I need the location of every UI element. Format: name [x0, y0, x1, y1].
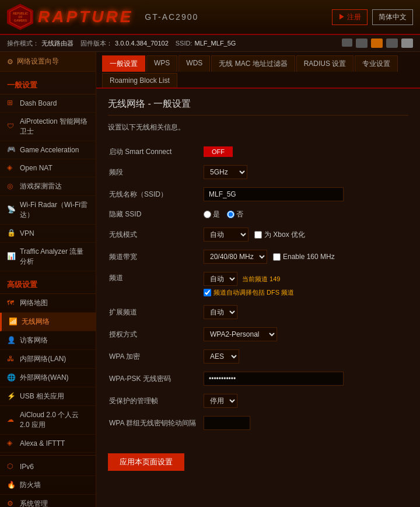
wpa-encrypt-row: WPA 加密 AES TKIP	[109, 346, 407, 367]
advanced-section-header: 高级设置	[0, 274, 96, 294]
sidebar-item-network-map[interactable]: 🗺 网络地图	[0, 294, 96, 313]
wpa-encrypt-select[interactable]: AES TKIP	[204, 349, 239, 363]
sidebar-item-setup-wizard[interactable]: ⚙ 网络设置向导	[0, 52, 96, 72]
general-section-header: 一般设置	[0, 74, 96, 95]
sidebar-item-guest-network[interactable]: 👤 访客网络	[0, 331, 96, 350]
open-nat-label: Open NAT	[20, 164, 52, 172]
tab-professional[interactable]: 专业设置	[355, 55, 398, 72]
channel-width-row: 频道带宽 20 MHz 20/40 MHz 20/40/80 MHz Enabl…	[109, 246, 407, 267]
wireless-icon: 📶	[9, 317, 18, 327]
hide-ssid-yes-option[interactable]: 是	[204, 209, 220, 219]
mode-label: 操作模式：	[7, 39, 39, 48]
status-icons	[342, 39, 413, 48]
wifi-radar-label: Wi-Fi Radar（Wi-Fi雷达）	[20, 200, 89, 220]
firmware-value: 3.0.0.4.384_70102	[115, 40, 169, 47]
sidebar-item-wan[interactable]: 🌐 外部网络(WAN)	[0, 369, 96, 387]
tab-mac-filter[interactable]: 无线 MAC 地址过滤器	[211, 55, 295, 72]
protected-mgmt-select[interactable]: 停用 启用	[204, 394, 237, 408]
wireless-mode-control: 自动 N only AC only 为 Xbox 优化	[204, 224, 407, 245]
traffic-label: Traffic Analyzer 流量分析	[20, 247, 89, 267]
tabs-bar: 一般设置 WPS WDS 无线 MAC 地址过滤器 RADIUS 设置 专业设置…	[96, 52, 420, 89]
xbox-optimize-checkbox[interactable]	[254, 231, 262, 239]
sidebar-item-system-mgmt[interactable]: ⚙ 系统管理	[0, 495, 96, 507]
wireless-mode-select[interactable]: 自动 N only AC only	[204, 228, 249, 242]
channel-width-select[interactable]: 20 MHz 20/40 MHz 20/40/80 MHz	[204, 250, 267, 264]
sidebar-item-alexa[interactable]: ◈ Alexa & IFTTT	[0, 435, 96, 453]
hide-ssid-yes-label: 是	[213, 209, 220, 219]
svg-text:GAMERS: GAMERS	[14, 19, 27, 22]
xbox-optimize-option[interactable]: 为 Xbox 优化	[254, 230, 305, 240]
sidebar-item-open-nat[interactable]: ◈ Open NAT	[0, 159, 96, 177]
tab-general[interactable]: 一般设置	[102, 55, 145, 72]
tab-radius[interactable]: RADIUS 设置	[296, 55, 354, 72]
sidebar-item-dashboard[interactable]: ⊞ Dash Board	[0, 95, 96, 113]
wpa-interval-input[interactable]: 3600	[204, 416, 250, 430]
sidebar-item-aiprotection[interactable]: 🛡 AiProtection 智能网络卫士	[0, 113, 96, 141]
hide-ssid-label: 隐藏 SSID	[109, 206, 202, 223]
sidebar-item-wireless[interactable]: 📶 无线网络	[0, 313, 96, 331]
channel-label: 频道	[109, 268, 202, 300]
tab-wds[interactable]: WDS	[178, 55, 210, 72]
band-select[interactable]: 2.4GHz 5GHz	[204, 165, 247, 179]
tab-roaming-block[interactable]: Roaming Block List	[102, 73, 177, 88]
channel-row: 频道 自动 当前频道 149 频道自动调择包括 DFS 频道	[109, 268, 407, 300]
sidebar-item-wifi-radar[interactable]: 📡 Wi-Fi Radar（Wi-Fi雷达）	[0, 196, 96, 225]
usb-icon: ⚡	[7, 392, 16, 401]
hide-ssid-radio-group: 是 否	[204, 209, 407, 219]
ssid-value: MLF_MLF_5G	[195, 40, 236, 47]
ssid-control	[204, 184, 407, 205]
dfs-checkbox[interactable]	[204, 289, 211, 296]
setup-wizard-icon: ⚙	[7, 58, 13, 66]
sidebar-item-game-radar[interactable]: ◎ 游戏探测雷达	[0, 177, 96, 196]
wpa-psk-input[interactable]	[204, 372, 344, 386]
sidebar-item-aicloud[interactable]: ☁ AiCloud 2.0 个人云 2.0 应用	[0, 406, 96, 435]
network-map-label: 网络地图	[20, 298, 48, 308]
sidebar-item-traffic-analyzer[interactable]: 📊 Traffic Analyzer 流量分析	[0, 243, 96, 271]
wireless-mode-row: 无线模式 自动 N only AC only 为 Xbox 优化	[109, 224, 407, 245]
wpa-interval-control: 3600	[204, 412, 407, 433]
page-content: 无线网络 - 一般设置 设置以下无线相关信息。 启动 Smart Connect…	[96, 89, 420, 480]
register-button[interactable]: 注册	[332, 9, 368, 25]
logo-area: REPUBLIC OF GAMERS RAPTURE GT-AC2900	[7, 4, 198, 30]
guest-network-label: 访客网络	[20, 335, 48, 345]
channel-select[interactable]: 自动	[204, 272, 237, 286]
protected-mgmt-row: 受保护的管理帧 停用 启用	[109, 390, 407, 411]
band-row: 频段 2.4GHz 5GHz	[109, 162, 407, 183]
traffic-icon: 📊	[7, 252, 16, 261]
firmware-label: 固件版本：	[80, 39, 113, 48]
wireless-mode-label: 无线模式	[109, 224, 202, 245]
xbox-optimize-label: 为 Xbox 优化	[264, 230, 305, 240]
enable-160-checkbox[interactable]	[273, 253, 281, 261]
status-icon-gear[interactable]	[401, 39, 413, 48]
model-number: GT-AC2900	[145, 12, 198, 22]
vpn-icon: 🔒	[7, 229, 16, 238]
smart-connect-toggle[interactable]: OFF	[204, 146, 233, 157]
dashboard-label: Dash Board	[20, 99, 57, 107]
auth-method-select[interactable]: Open System WPA-Personal WPA2-Personal W…	[204, 327, 277, 341]
dfs-option[interactable]: 频道自动调择包括 DFS 频道	[204, 288, 407, 297]
dfs-label: 频道自动调择包括 DFS 频道	[214, 288, 294, 297]
enable-160-option[interactable]: Enable 160 MHz	[273, 253, 335, 261]
hide-ssid-no-option[interactable]: 否	[227, 209, 243, 219]
header: REPUBLIC OF GAMERS RAPTURE GT-AC2900 注册 …	[0, 0, 420, 35]
content-area: 一般设置 WPS WDS 无线 MAC 地址过滤器 RADIUS 设置 专业设置…	[96, 52, 420, 507]
hide-ssid-yes-radio[interactable]	[204, 211, 211, 218]
hide-ssid-no-label: 否	[236, 209, 243, 219]
sidebar-item-usb[interactable]: ⚡ USB 相关应用	[0, 387, 96, 406]
lan-label: 内部网络(LAN)	[20, 354, 66, 364]
tab-wps[interactable]: WPS	[146, 55, 177, 72]
hide-ssid-no-radio[interactable]	[227, 211, 235, 218]
firewall-icon: 🔥	[7, 481, 16, 490]
ssid-input[interactable]	[204, 187, 344, 201]
language-button[interactable]: 简体中文	[372, 9, 413, 25]
ext-channel-select[interactable]: 自动	[204, 305, 237, 319]
sidebar-item-game-acceleration[interactable]: 🎮 Game Acceleration	[0, 141, 96, 159]
wpa-psk-row: WPA-PSK 无线密码	[109, 368, 407, 389]
sidebar-item-vpn[interactable]: 🔒 VPN	[0, 225, 96, 243]
status-bar: 操作模式： 无线路由器 固件版本： 3.0.0.4.384_70102 SSID…	[0, 35, 420, 52]
sidebar-item-lan[interactable]: 🖧 内部网络(LAN)	[0, 350, 96, 369]
sidebar: ⚙ 网络设置向导 一般设置 ⊞ Dash Board 🛡 AiProtectio…	[0, 52, 96, 507]
sidebar-item-ipv6[interactable]: ⬡ IPv6	[0, 458, 96, 476]
sidebar-item-firewall[interactable]: 🔥 防火墙	[0, 476, 96, 495]
apply-button[interactable]: 应用本页面设置	[108, 453, 184, 471]
